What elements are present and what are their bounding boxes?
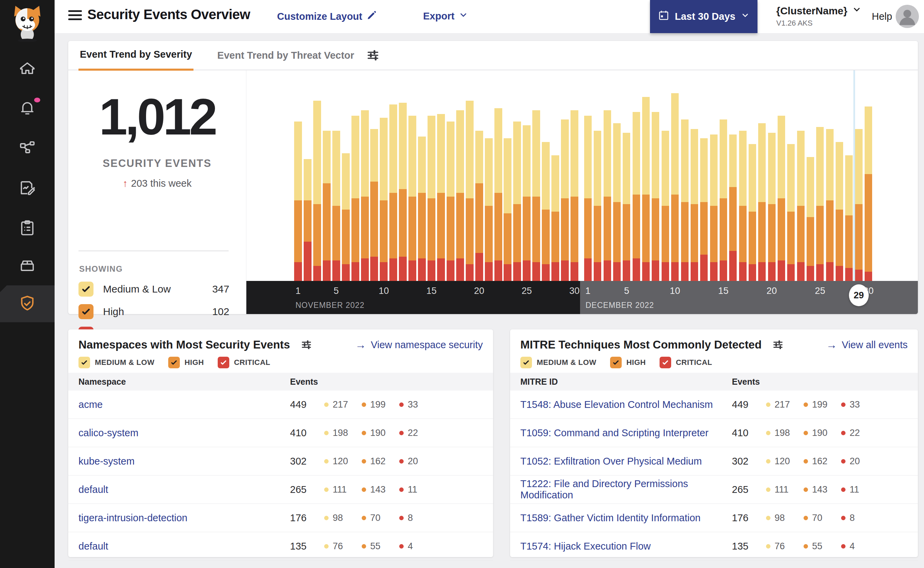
namespace-link[interactable]: default [78, 484, 290, 495]
stacked-bar-day-4[interactable] [613, 123, 621, 281]
mitre-id-link[interactable]: T1574: Hijack Execution Flow [520, 541, 732, 552]
severity-checkbox[interactable] [78, 282, 93, 297]
stacked-bar-day-10[interactable] [671, 93, 679, 281]
cluster-selector[interactable]: {ClusterName} V1.26 AKS [776, 5, 862, 28]
chart-settings-icon[interactable] [366, 48, 380, 62]
stacked-bar-day-24[interactable] [513, 121, 521, 281]
stacked-bar-day-2[interactable] [594, 131, 601, 281]
stacked-bar-day-24[interactable] [806, 157, 814, 281]
severity-checkbox[interactable] [78, 304, 93, 319]
legend-item[interactable]: High102 [78, 301, 229, 323]
stacked-bar-day-12[interactable] [690, 129, 698, 281]
stacked-bar-day-8[interactable] [361, 110, 369, 281]
mitre-id-link[interactable]: T1222: File and Directory Permissions Mo… [520, 478, 732, 501]
severity-checkbox[interactable] [78, 357, 90, 368]
severity-checkbox[interactable] [520, 357, 532, 368]
severity-checkbox[interactable] [660, 357, 671, 368]
stacked-bar-day-13[interactable] [700, 138, 708, 281]
filter-checkbox-medium-low[interactable]: MEDIUM & LOW [520, 357, 597, 368]
view-all-events-link[interactable]: → View all events [826, 338, 907, 351]
namespace-link[interactable]: acme [78, 399, 290, 410]
stacked-bar-day-6[interactable] [633, 112, 640, 281]
stacked-bar-day-5[interactable] [332, 131, 340, 281]
stacked-bar-day-26[interactable] [826, 129, 834, 281]
export-menu[interactable]: Export [423, 10, 468, 22]
view-namespace-security-link[interactable]: → View namespace security [355, 338, 483, 351]
filter-settings-icon[interactable] [300, 338, 312, 351]
mitre-id-link[interactable]: T1548: Abuse Elevation Control Mechanism [520, 399, 732, 410]
mitre-id-link[interactable]: T1059: Command and Scripting Interpreter [520, 428, 732, 439]
stacked-bar-day-23[interactable] [503, 138, 511, 281]
stacked-bar-day-15[interactable] [428, 116, 436, 281]
stacked-bar-day-18[interactable] [749, 144, 756, 281]
stacked-bar-day-29[interactable] [561, 119, 569, 281]
stacked-bar-day-12[interactable] [399, 103, 407, 281]
stacked-bar-day-9[interactable] [662, 131, 669, 281]
stacked-bar-day-25[interactable] [816, 127, 824, 281]
stacked-bar-day-3[interactable] [313, 101, 321, 281]
stacked-bar-day-22[interactable] [787, 144, 795, 281]
stacked-bar-day-30[interactable] [865, 107, 872, 281]
stacked-bar-day-6[interactable] [342, 153, 350, 281]
menu-button[interactable] [68, 10, 82, 22]
stacked-bar-day-21[interactable] [778, 116, 785, 281]
sidebar-item-network-topology[interactable] [0, 130, 54, 166]
stacked-bar-day-1[interactable] [294, 121, 302, 281]
severity-checkbox[interactable] [218, 357, 229, 368]
stacked-bar-day-20[interactable] [475, 131, 483, 281]
stacked-bar-day-14[interactable] [418, 136, 426, 281]
filter-checkbox-high[interactable]: HIGH [168, 357, 204, 368]
stacked-bar-day-2[interactable] [304, 159, 312, 281]
user-avatar[interactable] [896, 5, 919, 28]
stacked-bar-day-9[interactable] [370, 129, 378, 281]
stacked-bar-day-8[interactable] [652, 112, 659, 281]
stacked-bar-day-3[interactable] [604, 110, 611, 281]
customize-layout-link[interactable]: Customize Layout [277, 10, 377, 23]
stacked-bar-day-28[interactable] [845, 155, 853, 281]
stacked-bar-day-19[interactable] [466, 101, 473, 281]
tab-event-trend-by-threat-vector[interactable]: Event Trend by Threat Vector [216, 41, 356, 69]
mitre-id-link[interactable]: T1589: Gather Victim Identity Informatio… [520, 512, 732, 524]
stacked-bar-day-27[interactable] [542, 142, 550, 281]
stacked-bar-day-5[interactable] [623, 133, 630, 281]
stacked-bar-day-25[interactable] [523, 125, 531, 281]
stacked-bar-day-16[interactable] [729, 134, 737, 281]
stacked-bar-day-1[interactable] [584, 116, 592, 281]
stacked-bar-day-26[interactable] [532, 110, 540, 281]
severity-checkbox[interactable] [610, 357, 622, 368]
stacked-bar-day-13[interactable] [408, 116, 416, 281]
tab-event-trend-by-severity[interactable]: Event Trend by Severity [78, 40, 193, 71]
stacked-bar-day-22[interactable] [494, 108, 502, 281]
stacked-bar-day-17[interactable] [447, 121, 455, 281]
namespace-link[interactable]: calico-system [78, 428, 290, 439]
filter-checkbox-critical[interactable]: CRITICAL [660, 357, 713, 368]
sidebar-item-reports[interactable] [0, 170, 54, 207]
mitre-id-link[interactable]: T1052: Exfiltration Over Physical Medium [520, 456, 732, 467]
legend-item[interactable]: Medium & Low347 [78, 278, 229, 301]
filter-checkbox-medium-low[interactable]: MEDIUM & LOW [78, 357, 155, 368]
help-link[interactable]: Help [872, 11, 892, 22]
stacked-bar-day-20[interactable] [768, 133, 776, 281]
stacked-bar-day-11[interactable] [389, 104, 397, 281]
namespace-link[interactable]: kube-system [78, 456, 290, 467]
stacked-bar-day-27[interactable] [836, 142, 843, 281]
stacked-bar-day-30[interactable] [570, 110, 578, 281]
sidebar-item-alerts[interactable] [0, 89, 54, 126]
filter-settings-icon[interactable] [772, 338, 784, 351]
stacked-bar-day-4[interactable] [323, 131, 331, 281]
stacked-bar-day-14[interactable] [710, 134, 717, 281]
date-range-button[interactable]: Last 30 Days [650, 0, 758, 33]
sidebar-item-compliance[interactable] [0, 210, 54, 247]
filter-checkbox-high[interactable]: HIGH [610, 357, 646, 368]
namespace-link[interactable]: default [78, 541, 290, 552]
stacked-bar-day-7[interactable] [642, 97, 650, 281]
namespace-link[interactable]: tigera-intrusion-detection [78, 512, 290, 524]
stacked-bar-day-10[interactable] [380, 118, 387, 281]
stacked-bar-day-19[interactable] [758, 123, 766, 281]
stacked-bar-day-21[interactable] [485, 138, 493, 281]
stacked-bar-day-15[interactable] [720, 119, 727, 281]
filter-checkbox-critical[interactable]: CRITICAL [218, 357, 271, 368]
stacked-bar-day-29[interactable] [855, 129, 862, 281]
sidebar-item-home[interactable] [0, 51, 54, 88]
stacked-bar-day-11[interactable] [681, 119, 689, 281]
